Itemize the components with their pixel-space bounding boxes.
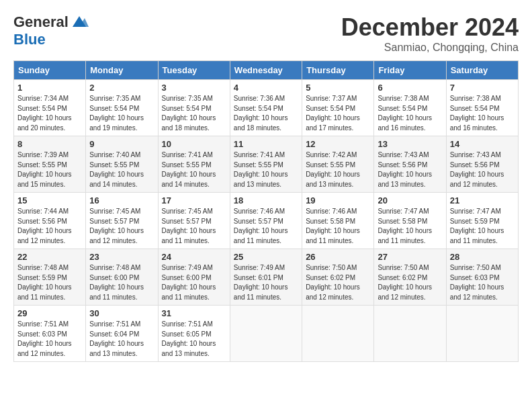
table-row: 20Sunrise: 7:47 AMSunset: 5:58 PMDayligh… [374,193,446,249]
table-row: 19Sunrise: 7:46 AMSunset: 5:58 PMDayligh… [302,193,374,249]
logo: General Blue [13,13,89,48]
table-row: 30Sunrise: 7:51 AMSunset: 6:04 PMDayligh… [86,306,158,362]
table-row: 28Sunrise: 7:50 AMSunset: 6:03 PMDayligh… [446,249,518,306]
table-row: 8Sunrise: 7:39 AMSunset: 5:55 PMDaylight… [14,136,86,193]
col-thursday: Thursday [302,61,374,80]
table-row: 31Sunrise: 7:51 AMSunset: 6:05 PMDayligh… [158,306,230,362]
table-row: 7Sunrise: 7:38 AMSunset: 5:54 PMDaylight… [446,80,518,136]
table-row: 25Sunrise: 7:49 AMSunset: 6:01 PMDayligh… [230,249,302,306]
table-row [302,306,374,362]
page-header: General Blue December 2024 Sanmiao, Chon… [13,13,519,54]
location-text: Sanmiao, Chongqing, China [341,42,519,54]
logo-general-text: General [13,13,69,31]
table-row [374,306,446,362]
logo-blue-text: Blue [13,31,46,48]
table-row: 16Sunrise: 7:45 AMSunset: 5:57 PMDayligh… [86,193,158,249]
table-row: 18Sunrise: 7:46 AMSunset: 5:57 PMDayligh… [230,193,302,249]
table-row: 22Sunrise: 7:48 AMSunset: 5:59 PMDayligh… [14,249,86,306]
table-row: 2Sunrise: 7:35 AMSunset: 5:54 PMDaylight… [86,80,158,136]
col-saturday: Saturday [446,61,518,80]
table-row: 26Sunrise: 7:50 AMSunset: 6:02 PMDayligh… [302,249,374,306]
table-row: 4Sunrise: 7:36 AMSunset: 5:54 PMDaylight… [230,80,302,136]
col-friday: Friday [374,61,446,80]
calendar-header-row: Sunday Monday Tuesday Wednesday Thursday… [14,61,519,80]
calendar-table: Sunday Monday Tuesday Wednesday Thursday… [13,60,519,362]
table-row: 24Sunrise: 7:49 AMSunset: 6:00 PMDayligh… [158,249,230,306]
table-row: 3Sunrise: 7:35 AMSunset: 5:54 PMDaylight… [158,80,230,136]
table-row: 21Sunrise: 7:47 AMSunset: 5:59 PMDayligh… [446,193,518,249]
table-row: 9Sunrise: 7:40 AMSunset: 5:55 PMDaylight… [86,136,158,193]
table-row: 6Sunrise: 7:38 AMSunset: 5:54 PMDaylight… [374,80,446,136]
table-row [230,306,302,362]
col-wednesday: Wednesday [230,61,302,80]
month-title: December 2024 [341,13,519,42]
table-row: 29Sunrise: 7:51 AMSunset: 6:03 PMDayligh… [14,306,86,362]
table-row: 11Sunrise: 7:41 AMSunset: 5:55 PMDayligh… [230,136,302,193]
logo-icon [70,15,89,30]
table-row: 17Sunrise: 7:45 AMSunset: 5:57 PMDayligh… [158,193,230,249]
table-row: 15Sunrise: 7:44 AMSunset: 5:56 PMDayligh… [14,193,86,249]
table-row: 5Sunrise: 7:37 AMSunset: 5:54 PMDaylight… [302,80,374,136]
table-row: 23Sunrise: 7:48 AMSunset: 6:00 PMDayligh… [86,249,158,306]
col-sunday: Sunday [14,61,86,80]
col-monday: Monday [86,61,158,80]
table-row [446,306,518,362]
table-row: 12Sunrise: 7:42 AMSunset: 5:55 PMDayligh… [302,136,374,193]
table-row: 14Sunrise: 7:43 AMSunset: 5:56 PMDayligh… [446,136,518,193]
table-row: 1Sunrise: 7:34 AMSunset: 5:54 PMDaylight… [14,80,86,136]
col-tuesday: Tuesday [158,61,230,80]
table-row: 13Sunrise: 7:43 AMSunset: 5:56 PMDayligh… [374,136,446,193]
title-block: December 2024 Sanmiao, Chongqing, China [341,13,519,54]
table-row: 10Sunrise: 7:41 AMSunset: 5:55 PMDayligh… [158,136,230,193]
table-row: 27Sunrise: 7:50 AMSunset: 6:02 PMDayligh… [374,249,446,306]
